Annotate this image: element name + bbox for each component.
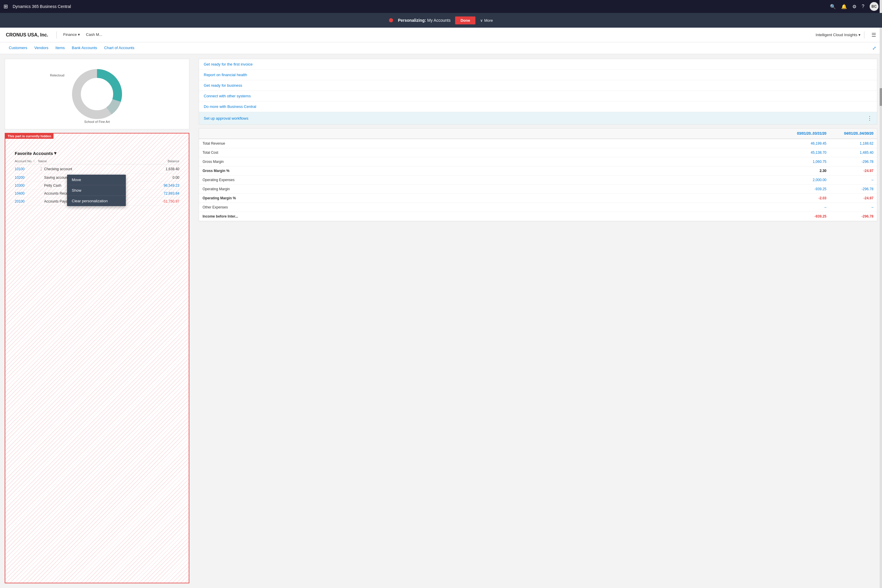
ft-val-2: 1,485.40 xyxy=(830,148,877,157)
ft-label: Operating Margin xyxy=(199,184,783,194)
search-icon[interactable]: 🔍 xyxy=(830,4,836,9)
account-no[interactable]: 20100 xyxy=(15,200,38,204)
chevron-down-icon: ▾ xyxy=(78,32,80,37)
tab-bank-accounts[interactable]: Bank Accounts xyxy=(69,42,100,54)
ft-val-2: – xyxy=(830,176,877,184)
account-no[interactable]: 10300 xyxy=(15,183,38,188)
ft-row-gross-margin: Gross Margin 1,060.75 -296.78 xyxy=(199,157,877,166)
gs-item-1[interactable]: Report on financial health xyxy=(199,70,877,80)
second-nav: CRONUS USA, Inc. Finance ▾ Cash M... Int… xyxy=(0,28,882,42)
gs-item-4[interactable]: Do more with Business Central xyxy=(199,101,877,112)
donut-chart: Relecloud School of Fine Art xyxy=(68,64,126,123)
three-dots-icon[interactable]: ⋮ xyxy=(867,115,872,122)
gear-icon[interactable]: ⚙ xyxy=(852,4,856,9)
account-no[interactable]: 10200 xyxy=(15,176,38,180)
ft-val-1: 45,138.70 xyxy=(783,148,830,157)
help-icon[interactable]: ? xyxy=(862,4,864,9)
ft-val-2: -24.97 xyxy=(830,194,877,202)
ft-col-date-2[interactable]: 04/01/20..04/30/20 xyxy=(830,129,877,138)
ft-val-1: 46,199.45 xyxy=(783,139,830,148)
chevron-down-icon-2: ▾ xyxy=(858,33,861,37)
table-header: Account No. ↑ Name Balance xyxy=(15,158,179,164)
chart-area: Relecloud School of Fine Art xyxy=(5,59,189,129)
context-menu-clear[interactable]: Clear personalization xyxy=(67,196,126,206)
main-content: Relecloud School of Fine Art This part i… xyxy=(0,54,882,588)
right-panel: Get ready for the first invoice Report o… xyxy=(194,54,882,588)
ft-col-date-1[interactable]: 03/01/20..03/31/20 xyxy=(783,129,830,138)
ft-row-other-expenses: Other Expenses – – xyxy=(199,203,877,212)
ft-val-2: -296.78 xyxy=(830,212,877,221)
ft-label: Operating Expenses xyxy=(199,176,783,184)
waffle-icon[interactable]: ⊞ xyxy=(3,3,8,10)
ft-val-1: 2.30 xyxy=(783,166,830,175)
ft-row-total-revenue: Total Revenue 46,199.45 1,188.62 xyxy=(199,139,877,148)
top-bar-icons: 🔍 🔔 ⚙ ? BC xyxy=(830,2,879,11)
ft-header: 03/01/20..03/31/20 04/01/20..04/30/20 xyxy=(199,129,877,139)
ft-row-operating-margin: Operating Margin -939.25 -296.78 xyxy=(199,184,877,194)
gs-item-3[interactable]: Connect with other systems xyxy=(199,91,877,101)
ft-val-1: 2,000.00 xyxy=(783,176,830,184)
gs-item-5[interactable]: Set up approval workflows ⋮ xyxy=(199,112,877,124)
account-balance: -51,750.97 xyxy=(150,200,179,204)
account-balance: 96,549.23 xyxy=(150,183,179,188)
gs-item-0[interactable]: Get ready for the first invoice xyxy=(199,59,877,70)
ft-label: Other Expenses xyxy=(199,203,783,212)
personalizing-indicator xyxy=(389,18,393,22)
hamburger-icon[interactable]: ☰ xyxy=(872,32,876,38)
ft-label: Total Revenue xyxy=(199,139,783,148)
context-menu-move[interactable]: Move xyxy=(67,175,126,185)
row-action-icon[interactable]: ⋮ xyxy=(38,166,44,172)
tab-bar: Customers Vendors Items Bank Accounts Ch… xyxy=(0,42,882,54)
ft-label: Total Cost xyxy=(199,148,783,157)
account-no[interactable]: 10100 xyxy=(15,167,38,171)
bell-icon[interactable]: 🔔 xyxy=(841,4,847,9)
table-row: 10100 ⋮ Checking account 1,638.40 xyxy=(15,164,179,174)
account-name: Checking account xyxy=(44,167,150,171)
nav-intelligent-cloud[interactable]: Intelligent Cloud Insights ▾ xyxy=(816,33,861,37)
ft-row-gross-margin-pct: Gross Margin % 2.30 -24.97 xyxy=(199,166,877,176)
company-name: CRONUS USA, Inc. xyxy=(6,32,48,38)
account-balance: 1,638.40 xyxy=(150,167,179,171)
scrollbar[interactable] xyxy=(880,0,882,588)
context-menu-show[interactable]: Show xyxy=(67,185,126,196)
more-button[interactable]: ∨ More xyxy=(480,18,493,22)
chevron-down-icon-3: ▾ xyxy=(54,150,57,156)
hidden-label: This part is currently hidden xyxy=(5,134,54,139)
ft-val-2: 1,188.62 xyxy=(830,139,877,148)
personalizing-text: Personalizing: My Accounts xyxy=(398,18,450,22)
account-no[interactable]: 10400 xyxy=(15,191,38,195)
col-header-no: Account No. ↑ xyxy=(15,159,38,163)
donut-label-relecloud: Relecloud xyxy=(50,74,64,77)
scrollbar-thumb[interactable] xyxy=(880,88,882,106)
tab-chart-of-accounts[interactable]: Chart of Accounts xyxy=(101,42,137,54)
favorite-accounts-title: Favorite Accounts ▾ xyxy=(10,142,184,158)
ft-val-1: -939.25 xyxy=(783,184,830,194)
ft-label: Gross Margin % xyxy=(199,166,783,175)
ft-val-1: -939.25 xyxy=(783,212,830,221)
ft-val-2: – xyxy=(830,203,877,212)
context-menu: Move Show Clear personalization xyxy=(67,175,126,206)
ft-row-operating-margin-pct: Operating Margin % -2.03 -24.97 xyxy=(199,194,877,203)
ft-label: Gross Margin xyxy=(199,157,783,166)
tab-customers[interactable]: Customers xyxy=(6,42,30,54)
done-button[interactable]: Done xyxy=(455,16,476,24)
nav-cash-management[interactable]: Cash M... xyxy=(83,28,105,42)
ft-row-income-before: Income before Inter... -939.25 -296.78 xyxy=(199,212,877,221)
ft-label: Operating Margin % xyxy=(199,194,783,202)
ft-col-label-header xyxy=(199,129,783,138)
financial-table: 03/01/20..03/31/20 04/01/20..04/30/20 To… xyxy=(199,128,877,221)
account-balance: 0.00 xyxy=(150,176,179,180)
avatar[interactable]: BC xyxy=(870,2,879,11)
tab-vendors[interactable]: Vendors xyxy=(32,42,51,54)
ft-val-1: 1,060.75 xyxy=(783,157,830,166)
gs-item-2[interactable]: Get ready for business xyxy=(199,80,877,91)
hidden-part: This part is currently hidden Favorite A… xyxy=(5,133,189,583)
getting-started-list: Get ready for the first invoice Report o… xyxy=(199,59,877,124)
app-title: Dynamics 365 Business Central xyxy=(13,4,825,9)
col-header-balance: Balance xyxy=(150,159,179,163)
top-bar: ⊞ Dynamics 365 Business Central 🔍 🔔 ⚙ ? … xyxy=(0,0,882,13)
tab-items[interactable]: Items xyxy=(52,42,68,54)
col-header-name: Name xyxy=(38,159,150,163)
expand-icon[interactable]: ⤢ xyxy=(872,45,876,51)
nav-finance[interactable]: Finance ▾ xyxy=(60,28,83,42)
